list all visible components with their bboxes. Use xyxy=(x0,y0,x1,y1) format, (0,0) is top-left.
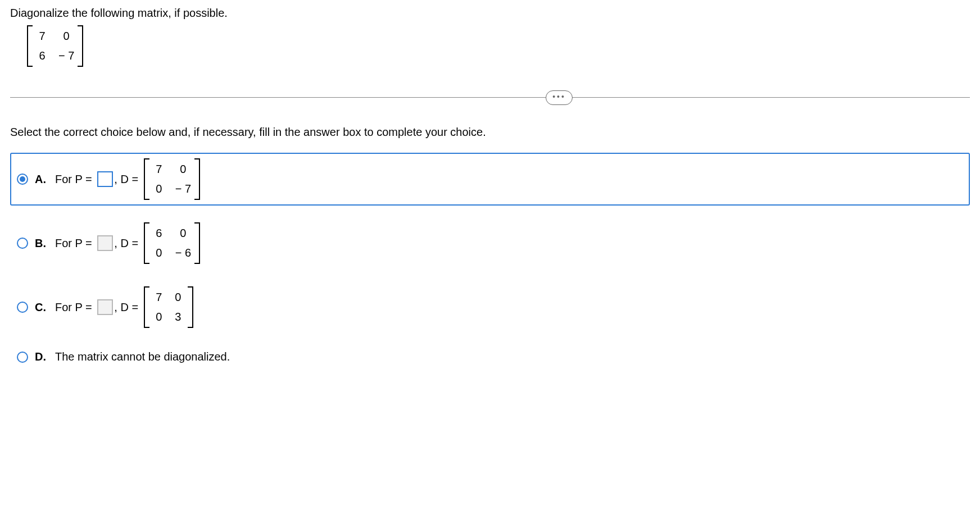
choice-body: For P = , D = 7 0 0 3 xyxy=(55,286,193,328)
choice-label: A. xyxy=(35,173,47,186)
bracket-left xyxy=(144,158,149,200)
choices-list: A. For P = , D = 7 0 0 − 7 B. For P = xyxy=(10,153,970,369)
radio-d[interactable] xyxy=(17,352,28,363)
matrix-cell: 0 xyxy=(153,247,165,259)
matrix-cell: − 7 xyxy=(175,183,191,195)
d-equals-label: , D = xyxy=(114,237,138,250)
more-button[interactable]: ••• xyxy=(546,90,573,105)
bracket-right xyxy=(194,158,200,200)
answer-input-b[interactable] xyxy=(97,235,113,251)
bracket-left xyxy=(144,222,149,264)
choice-c[interactable]: C. For P = , D = 7 0 0 3 xyxy=(10,281,970,334)
matrix-cell: 7 xyxy=(36,30,48,43)
matrix-cell: 6 xyxy=(153,227,165,240)
radio-c[interactable] xyxy=(17,302,28,313)
matrix-cell: − 6 xyxy=(175,247,191,259)
bracket-right xyxy=(78,25,83,67)
instruction-text: Select the correct choice below and, if … xyxy=(10,126,970,139)
bracket-left xyxy=(144,286,149,328)
d-equals-label: , D = xyxy=(114,301,138,314)
matrix-c: 7 0 0 3 xyxy=(144,286,193,328)
radio-b[interactable] xyxy=(17,238,28,249)
matrix-cell: 3 xyxy=(172,311,184,323)
matrix-cell: 7 xyxy=(153,163,165,176)
choice-d[interactable]: D. The matrix cannot be diagonalized. xyxy=(10,345,970,369)
choice-label: B. xyxy=(35,237,47,250)
for-p-label: For P = xyxy=(55,173,92,186)
choice-label: C. xyxy=(35,301,47,314)
matrix-cell: 0 xyxy=(175,227,191,240)
choice-a[interactable]: A. For P = , D = 7 0 0 − 7 xyxy=(10,153,970,206)
matrix-a: 7 0 0 − 7 xyxy=(144,158,200,200)
choice-d-text: The matrix cannot be diagonalized. xyxy=(55,350,230,363)
answer-input-a[interactable] xyxy=(97,171,113,187)
matrix-cell: 0 xyxy=(153,183,165,195)
question-text: Diagonalize the following matrix, if pos… xyxy=(10,7,970,20)
matrix-cell: 6 xyxy=(36,49,48,62)
matrix-cell: 0 xyxy=(172,291,184,304)
matrix-cell: 0 xyxy=(153,311,165,323)
bracket-left xyxy=(27,25,33,67)
choice-label: D. xyxy=(35,350,47,363)
matrix-b: 6 0 0 − 6 xyxy=(144,222,200,264)
choice-body: For P = , D = 7 0 0 − 7 xyxy=(55,158,200,200)
radio-a[interactable] xyxy=(17,174,28,185)
divider-line xyxy=(10,97,970,98)
choice-b[interactable]: B. For P = , D = 6 0 0 − 6 xyxy=(10,217,970,270)
choice-body: The matrix cannot be diagonalized. xyxy=(55,350,230,363)
bracket-right xyxy=(188,286,193,328)
matrix-cell: − 7 xyxy=(58,49,74,62)
for-p-label: For P = xyxy=(55,301,92,314)
for-p-label: For P = xyxy=(55,237,92,250)
choice-body: For P = , D = 6 0 0 − 6 xyxy=(55,222,200,264)
d-equals-label: , D = xyxy=(114,173,138,186)
matrix-cell: 7 xyxy=(153,291,165,304)
bracket-right xyxy=(194,222,200,264)
given-matrix: 7 0 6 − 7 xyxy=(27,25,970,67)
matrix-cell: 0 xyxy=(58,30,74,43)
divider-row: ••• xyxy=(10,89,970,106)
matrix: 7 0 6 − 7 xyxy=(27,25,83,67)
matrix-cell: 0 xyxy=(175,163,191,176)
answer-input-c[interactable] xyxy=(97,299,113,315)
